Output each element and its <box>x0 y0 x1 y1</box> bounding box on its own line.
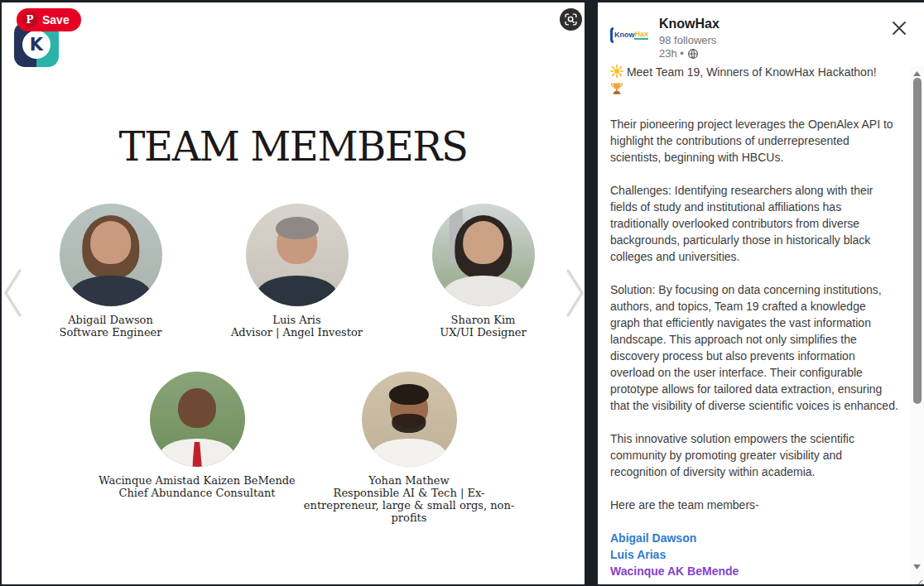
member-role: UX/UI Designer <box>440 326 526 339</box>
chevron-right-icon <box>565 267 586 319</box>
carousel-next-button[interactable] <box>565 267 586 319</box>
link-abigail-dawson[interactable]: Abigail Dawson <box>610 530 898 546</box>
member-name: Abigail Dawson <box>59 314 161 326</box>
post-paragraph-solution: Solution: By focusing on data concerning… <box>610 281 898 414</box>
trophy-emoji <box>610 82 898 99</box>
member-photo-luis <box>246 204 349 306</box>
close-icon <box>890 19 908 37</box>
visual-search-button[interactable] <box>560 8 582 31</box>
knowhax-logo-hax: Hax <box>634 30 648 40</box>
scrollbar-thumb[interactable] <box>913 78 922 404</box>
member-role: Responsible AI & Tech | Ex-entrepreneur,… <box>303 487 515 524</box>
panel-scrollbar[interactable] <box>910 66 924 584</box>
post-body: Meet Team 19, Winners of KnowHax Hackath… <box>610 64 898 579</box>
team-row-2: Wacinque Amistad Kaizen BeMende Chief Ab… <box>91 372 515 524</box>
post-timestamp: 23h • <box>659 47 699 60</box>
member-photo-wacinque <box>150 372 245 467</box>
member-name: Sharon Kim <box>440 314 526 326</box>
link-luis-arias[interactable]: Luis Arias <box>610 546 898 563</box>
team-member-luis: Luis Aris Advisor | Angel Investor <box>204 204 390 339</box>
knowhax-logo-bracket <box>610 27 614 43</box>
post-detail-panel: Know Hax KnowHax 98 followers 23h • <box>598 2 910 584</box>
member-role: Software Engineer <box>59 326 161 339</box>
team-member-yohan: Yohan Mathew Responsible AI & Tech | Ex-… <box>303 372 515 524</box>
globe-icon <box>687 48 699 60</box>
member-name: Wacinque Amistad Kaizen BeMende <box>99 474 296 487</box>
post-author-followers: 98 followers <box>659 34 716 46</box>
visual-search-icon <box>564 12 578 26</box>
pinterest-closeup-page: P Save K TEAM MEMBERS <box>0 0 924 586</box>
close-button[interactable] <box>888 17 911 40</box>
scroll-down-icon <box>913 564 921 569</box>
knowhax-app-icon-letter: K <box>22 31 51 59</box>
member-photo-abigail <box>60 204 162 306</box>
chevron-left-icon <box>2 267 23 319</box>
post-closing-line: Here are the team members- <box>610 497 898 513</box>
resize-grip[interactable] <box>914 576 923 584</box>
post-paragraph-impact: This innovative solution empowers the sc… <box>610 430 898 480</box>
team-member-sharon: Sharon Kim UX/UI Designer <box>390 204 576 339</box>
member-photo-yohan <box>362 372 457 467</box>
pin-image[interactable]: P Save K TEAM MEMBERS <box>2 2 585 584</box>
window-frame-top <box>0 0 924 2</box>
member-name: Luis Aris <box>231 314 363 326</box>
knowhax-avatar[interactable]: Know Hax <box>610 24 648 46</box>
member-name: Yohan Mathew <box>303 474 515 487</box>
panel-divider <box>585 0 598 586</box>
save-button[interactable]: P Save <box>17 8 81 31</box>
post-time-text: 23h • <box>659 47 684 60</box>
post-paragraph: Their pioneering project leverages the O… <box>610 116 898 166</box>
scrollbar-down-button[interactable] <box>910 561 924 573</box>
member-role: Advisor | Angel Investor <box>231 326 363 339</box>
post-headline: Meet Team 19, Winners of KnowHax Hackath… <box>610 64 898 99</box>
team-member-wacinque: Wacinque Amistad Kaizen BeMende Chief Ab… <box>91 372 303 524</box>
member-photo-sharon <box>432 204 535 306</box>
scroll-up-icon <box>913 71 921 76</box>
save-button-label: Save <box>42 13 70 26</box>
team-member-links: Abigail Dawson Luis Arias Wacinque AK Be… <box>610 530 898 579</box>
team-member-abigail: Abigail Dawson Software Engineer <box>17 204 204 339</box>
post-headline-text: Meet Team 19, Winners of KnowHax Hackath… <box>627 65 877 79</box>
member-role: Chief Abundance Consultant <box>99 487 296 499</box>
post-author-name[interactable]: KnowHax <box>659 17 719 31</box>
carousel-prev-button[interactable] <box>2 267 23 319</box>
slide-title: TEAM MEMBERS <box>2 123 585 170</box>
post-paragraph-challenges: Challenges: Identifying researchers alon… <box>610 182 898 265</box>
team-row-1: Abigail Dawson Software Engineer Luis Ar… <box>17 204 576 339</box>
pinterest-icon: P <box>22 12 37 27</box>
window-frame-left <box>0 0 2 586</box>
glowing-star-emoji <box>610 65 623 82</box>
knowhax-logo-know: Know <box>614 31 635 39</box>
link-wacinque-ak-bemende[interactable]: Wacinque AK BeMende <box>610 563 898 579</box>
